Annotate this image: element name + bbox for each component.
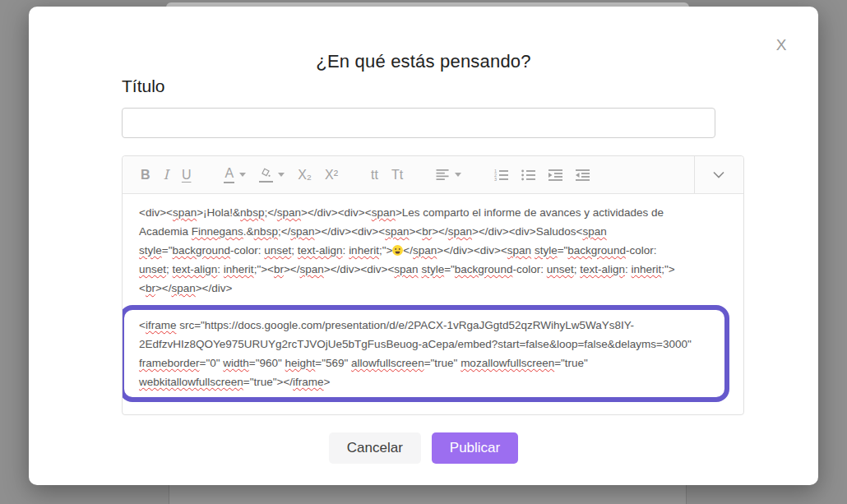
toolbar-ordered-list-button[interactable]: 123 [489, 156, 513, 193]
toolbar-text-case-button[interactable]: Tt [386, 156, 408, 193]
editor-code-line: <div><span>¡Hola!&nbsp;</span></div><div… [139, 203, 719, 222]
embed-highlight-box: <iframe src="https://docs.google.com/pre… [123, 305, 729, 402]
rich-text-editor[interactable]: BIUAX₂X²ttTt123 <div><span>¡Hola!&nbsp;<… [122, 155, 744, 415]
ordered-list-icon: 123 [494, 169, 508, 182]
dialog-title: ¿En qué estás pensando? [29, 51, 818, 72]
highlight-color-icon [259, 168, 273, 183]
italic-glyph: I [164, 169, 169, 182]
subscript-glyph: X₂ [298, 169, 312, 182]
toolbar-subscript-button[interactable]: X₂ [293, 156, 317, 193]
grinning-face-emoji [392, 245, 403, 256]
toolbar-alignment-button[interactable] [431, 156, 466, 193]
unordered-list-icon [521, 169, 535, 182]
post-composer-dialog: X ¿En qué estás pensando? Título BIUAX₂X… [29, 7, 818, 485]
superscript-glyph: X² [325, 169, 338, 182]
publish-button[interactable]: Publicar [432, 432, 518, 464]
toolbar-unordered-list-button[interactable] [516, 156, 540, 193]
editor-code-line: webkitallowfullscreen="true"></iframe> [139, 372, 713, 391]
editor-code-line: 2EdfzvHIz8QOYe975URUYg2rcTJVOjUe5bTgFusB… [139, 335, 713, 354]
dropdown-caret-icon [239, 173, 246, 177]
toolbar-indent-button[interactable] [544, 156, 567, 193]
toolbar-superscript-button[interactable]: X² [320, 156, 343, 193]
dropdown-caret-icon [278, 173, 285, 177]
cancel-button[interactable]: Cancelar [329, 432, 421, 464]
more-options-icon [713, 171, 724, 178]
text-case-glyph: Tt [391, 169, 403, 182]
toolbar-text-color-button[interactable]: A [219, 156, 251, 193]
outdent-icon [576, 169, 590, 182]
toolbar-font-size-button[interactable]: tt [366, 156, 383, 193]
toolbar-underline-button[interactable]: U [177, 156, 197, 193]
dialog-actions: Cancelar Publicar [29, 432, 818, 464]
dropdown-caret-icon [455, 173, 461, 177]
bold-glyph: B [141, 169, 150, 182]
toolbar-bold-button[interactable]: B [136, 156, 155, 193]
svg-text:3: 3 [494, 177, 497, 182]
editor-code-line: unset; text-align: inherit;"><br></span>… [139, 260, 719, 279]
font-size-glyph: tt [371, 169, 378, 182]
editor-code-line: Academia Finnegans.&nbsp;</span></div><d… [139, 222, 719, 241]
editor-code-line: frameborder="0" width="960" height="569"… [139, 354, 713, 372]
text-color-glyph: A [224, 167, 234, 183]
toolbar-highlight-color-button[interactable] [254, 156, 289, 193]
title-input[interactable] [122, 108, 715, 138]
indent-icon [548, 169, 562, 182]
editor-html-text: <div><span>¡Hola!&nbsp;</span></div><div… [139, 203, 719, 298]
background-page-card-bottom [169, 484, 687, 504]
toolbar-more-options-button[interactable] [694, 156, 742, 193]
editor-toolbar: BIUAX₂X²ttTt123 [123, 156, 743, 194]
underline-glyph: U [182, 169, 192, 182]
editor-code-line: style="background-color: unset; text-ali… [139, 241, 719, 260]
title-field-label: Título [122, 76, 165, 96]
alignment-icon [436, 169, 450, 181]
editor-code-line: <br></span></div> [139, 279, 719, 298]
editor-code-line: <iframe src="https://docs.google.com/pre… [139, 316, 713, 335]
toolbar-outdent-button[interactable] [571, 156, 595, 193]
editor-content-area[interactable]: <div><span>¡Hola!&nbsp;</span></div><div… [123, 194, 743, 415]
toolbar-italic-button[interactable]: I [159, 156, 174, 193]
